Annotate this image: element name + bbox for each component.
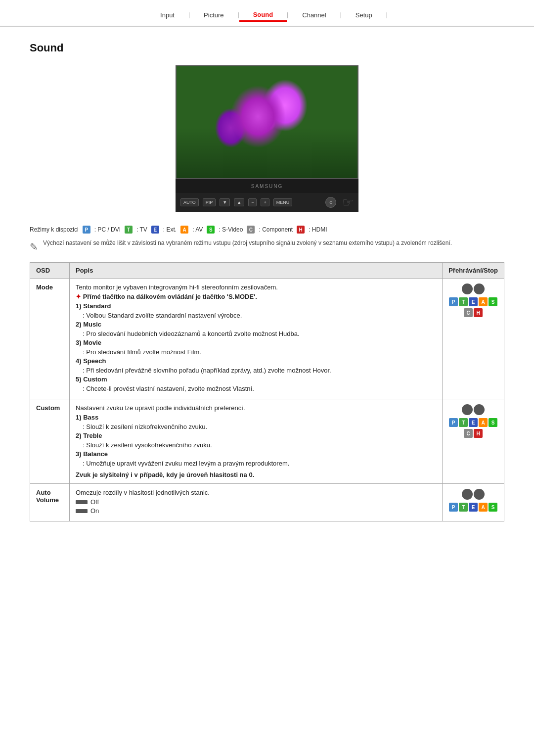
tv-container: SAMSUNG AUTO PIP ▼ ▲ − + MENU ⊙ ☞ bbox=[176, 65, 358, 212]
mode-item-1-title: 1) Standard bbox=[76, 302, 436, 310]
ch-h-custom: H bbox=[474, 429, 483, 438]
tv-btn-up[interactable]: ▲ bbox=[234, 198, 244, 206]
cell-osd-autovolume: Auto Volume bbox=[30, 484, 70, 521]
pteas-a-av: A bbox=[479, 503, 488, 512]
nav-input[interactable]: Input bbox=[146, 9, 188, 21]
play-icon-autovolume: P T E A S bbox=[448, 489, 498, 512]
play-circle-av-1 bbox=[462, 489, 473, 500]
modes-label: Režimy k dispozici bbox=[30, 226, 79, 233]
custom-highlight: Zvuk je slyšitelný i v případě, kdy je ú… bbox=[76, 471, 436, 478]
autovolume-intro: Omezuje rozdíly v hlasitosti jednotlivýc… bbox=[76, 489, 436, 496]
pteas-t-custom: T bbox=[459, 418, 468, 427]
play-circles-custom bbox=[462, 404, 485, 415]
ch-c-custom: C bbox=[464, 429, 473, 438]
tv-btn-plus[interactable]: + bbox=[261, 198, 269, 206]
custom-item-2-detail: : Slouží k zesílení vysokofrekvenčního z… bbox=[76, 441, 436, 449]
pteas-p-av: P bbox=[449, 503, 458, 512]
pteas-row-mode: P T E A S bbox=[449, 297, 497, 306]
nav-picture[interactable]: Picture bbox=[190, 9, 237, 21]
flower-background bbox=[177, 66, 357, 178]
nav-setup[interactable]: Setup bbox=[342, 9, 386, 21]
badge-s: S bbox=[207, 226, 215, 234]
page-content: Sound SAMSUNG AUTO PIP ▼ ▲ − + MENU ⊙ ☞ bbox=[0, 27, 534, 536]
nav-channel[interactable]: Channel bbox=[288, 9, 340, 21]
pteas-t-av: T bbox=[459, 503, 468, 512]
custom-item-1-detail: : Slouží k zesílení nízkofrekvenčního zv… bbox=[76, 423, 436, 430]
play-circle-1 bbox=[462, 284, 473, 294]
mode-item-3-detail: : Pro sledování filmů zvolte možnost Fil… bbox=[76, 348, 436, 356]
pteas-s: S bbox=[489, 297, 497, 306]
table-row-custom: Custom Nastavení zvuku lze upravit podle… bbox=[30, 399, 504, 484]
autovolume-on-row: On bbox=[76, 507, 436, 515]
custom-item-2-title: 2) Treble bbox=[76, 432, 436, 439]
mode-p-label: : PC / DVI bbox=[94, 226, 121, 233]
cell-osd-custom: Custom bbox=[30, 399, 70, 484]
ch-row-mode: C H bbox=[464, 308, 483, 317]
pteas-e-custom: E bbox=[469, 418, 478, 427]
tv-btn-menu[interactable]: MENU bbox=[273, 198, 293, 206]
play-circles-autovolume bbox=[462, 489, 485, 500]
custom-item-3-detail: : Umožňuje upravit vyvážení zvuku mezi l… bbox=[76, 460, 436, 467]
cell-desc-custom: Nastavení zvuku lze upravit podle indivi… bbox=[70, 399, 443, 484]
pteas-s-custom: S bbox=[489, 418, 497, 427]
nav-sound[interactable]: Sound bbox=[239, 9, 287, 22]
mode-h-label: : HDMI bbox=[309, 226, 327, 233]
tv-brand-label: SAMSUNG bbox=[251, 184, 283, 189]
mode-item-3-title: 3) Movie bbox=[76, 339, 436, 346]
autovolume-off-row: Off bbox=[76, 498, 436, 506]
cell-osd-mode: Mode bbox=[30, 279, 70, 399]
pteas-s-av: S bbox=[489, 503, 497, 512]
table-row-autovolume: Auto Volume Omezuje rozdíly v hlasitosti… bbox=[30, 484, 504, 521]
mode-item-5-detail: : Chcete-li provést vlastní nastavení, z… bbox=[76, 385, 436, 392]
hand-pointer-icon: ☞ bbox=[342, 195, 354, 210]
mode-t-label: : TV bbox=[136, 226, 147, 233]
info-icon: ✎ bbox=[30, 239, 38, 254]
cell-play-autovolume: P T E A S bbox=[443, 484, 504, 521]
tv-btn-pip[interactable]: PIP bbox=[203, 198, 216, 206]
badge-c: C bbox=[247, 226, 255, 234]
tv-btn-down[interactable]: ▼ bbox=[220, 198, 230, 206]
mode-item-2-detail: : Pro sledování hudebních videozáznamů a… bbox=[76, 330, 436, 337]
pteas-p-custom: P bbox=[449, 418, 458, 427]
mode-e-label: : Ext. bbox=[163, 226, 177, 233]
nav-sep-5: | bbox=[386, 11, 388, 18]
table-header-play: Přehrávání/Stop bbox=[443, 263, 504, 279]
mode-item-5-title: 5) Custom bbox=[76, 376, 436, 383]
table-row-mode: Mode Tento monitor je vybaven integrovan… bbox=[30, 279, 504, 399]
page-title: Sound bbox=[30, 42, 504, 54]
tv-btn-minus[interactable]: − bbox=[248, 198, 257, 206]
cell-desc-autovolume: Omezuje rozdíly v hlasitosti jednotlivýc… bbox=[70, 484, 443, 521]
custom-item-1-title: 1) Bass bbox=[76, 414, 436, 421]
pteas-p: P bbox=[449, 297, 458, 306]
tv-btn-source[interactable]: ⊙ bbox=[325, 197, 336, 208]
mode-item-4-detail: : Při sledování převážně slovního pořadu… bbox=[76, 367, 436, 374]
custom-intro: Nastavení zvuku lze upravit podle indivi… bbox=[76, 404, 436, 412]
play-circles-mode bbox=[462, 284, 485, 294]
play-icon-custom: P T E A S C H bbox=[448, 404, 498, 438]
table-header-osd: OSD bbox=[30, 263, 70, 279]
play-circle-av-2 bbox=[474, 489, 485, 500]
badge-t: T bbox=[125, 226, 133, 234]
mode-item-4-title: 4) Speech bbox=[76, 357, 436, 365]
mode-intro: Tento monitor je vybaven integrovaným hi… bbox=[76, 284, 436, 291]
mode-availability-row: Režimy k dispozici P : PC / DVI T : TV E… bbox=[30, 226, 504, 234]
tv-controls-bar: AUTO PIP ▼ ▲ − + MENU ⊙ ☞ bbox=[176, 193, 358, 212]
tv-btn-auto[interactable]: AUTO bbox=[180, 198, 199, 206]
ch-row-custom: C H bbox=[464, 429, 483, 438]
on-bullet-icon bbox=[76, 509, 88, 513]
mode-a-label: : AV bbox=[192, 226, 203, 233]
pteas-a-custom: A bbox=[479, 418, 488, 427]
badge-p: P bbox=[83, 226, 90, 234]
badge-a: A bbox=[180, 226, 188, 234]
cell-play-custom: P T E A S C H bbox=[443, 399, 504, 484]
badge-e: E bbox=[151, 226, 159, 234]
play-circle-custom-1 bbox=[462, 404, 473, 415]
pteas-a: A bbox=[479, 297, 488, 306]
pteas-e: E bbox=[469, 297, 478, 306]
info-note: ✎ Výchozí nastavení se může lišit v závi… bbox=[30, 238, 504, 254]
pteas-row-custom: P T E A S bbox=[449, 418, 497, 427]
mode-item-1-detail: : Volbou Standard zvolíte standardní nas… bbox=[76, 312, 436, 319]
custom-item-3-title: 3) Balance bbox=[76, 450, 436, 458]
pteas-row-autovolume: P T E A S bbox=[449, 503, 497, 512]
play-icon-mode: P T E A S C H bbox=[448, 284, 498, 317]
